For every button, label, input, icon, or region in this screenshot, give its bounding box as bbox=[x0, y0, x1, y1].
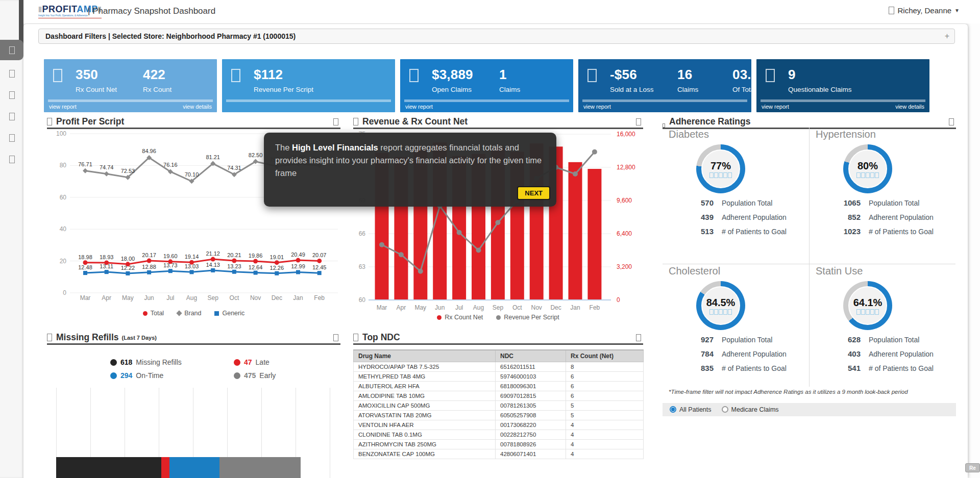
svg-text:20.17: 20.17 bbox=[142, 252, 156, 258]
svg-text:Oct: Oct bbox=[512, 304, 522, 311]
star-icon bbox=[875, 172, 879, 178]
stat-label: Adherent Population bbox=[869, 350, 934, 358]
svg-text:9,600: 9,600 bbox=[617, 197, 632, 204]
star-icon bbox=[719, 309, 723, 315]
kpi-metric: $112Revenue Per Script bbox=[254, 67, 314, 93]
legend-marker-icon bbox=[496, 315, 501, 320]
table-cell: 00228212750 bbox=[496, 430, 566, 440]
expand-icon[interactable] bbox=[636, 334, 641, 341]
legend-item-generic: Generic bbox=[214, 310, 244, 317]
adherence-footnote: *Time-frame filter will not impact Adher… bbox=[669, 389, 908, 395]
adherence-stat-row: 784Adherent Population bbox=[669, 349, 809, 358]
dashboard-filters-bar[interactable]: Dashboard Filters | Selected Store: Neig… bbox=[38, 29, 955, 44]
svg-text:19.01: 19.01 bbox=[270, 254, 284, 260]
chart-icon bbox=[47, 334, 52, 341]
view-report-link[interactable]: view report bbox=[762, 104, 789, 110]
recaptcha-badge[interactable]: Re bbox=[965, 463, 980, 472]
view-report-link[interactable]: view report bbox=[49, 104, 77, 110]
adherence-diabetes: Diabetes77%570Population Total439Adheren… bbox=[663, 128, 809, 264]
kpi-metric: 03.96%Of Total Claims bbox=[732, 67, 751, 93]
top-ndc-table: Drug NameNDCRx Count (Net) HYDROCO/APAP … bbox=[353, 349, 644, 459]
radio-icon[interactable] bbox=[722, 406, 728, 413]
svg-text:Sep: Sep bbox=[208, 294, 219, 301]
svg-text:74.74: 74.74 bbox=[100, 164, 114, 170]
adherence-filter-radios: All PatientsMedicare Claims bbox=[663, 403, 956, 416]
legend-item: Revenue Per Script bbox=[496, 314, 559, 321]
view-report-link[interactable]: view report bbox=[405, 104, 433, 110]
adherence-stat-row: 513# of Patients to Goal bbox=[669, 227, 809, 236]
table-row: HYDROCO/APAP TAB 7.5-325651620115118 bbox=[354, 362, 644, 372]
ndc-column-header: NDC bbox=[496, 350, 566, 362]
expand-icon[interactable] bbox=[333, 118, 338, 125]
adherence-group-title: Hypertension bbox=[816, 129, 955, 140]
chart-icon bbox=[353, 118, 358, 125]
sidebar bbox=[0, 0, 23, 478]
stat-label: Population Total bbox=[722, 336, 772, 344]
svg-text:21.12: 21.12 bbox=[206, 250, 220, 257]
star-rating bbox=[856, 309, 879, 315]
radio-icon[interactable] bbox=[670, 406, 676, 413]
user-icon bbox=[889, 7, 894, 14]
kpi-metric: 16Claims bbox=[677, 67, 725, 93]
stat-label: Adherent Population bbox=[722, 350, 787, 358]
table-cell: 8 bbox=[566, 362, 644, 372]
expand-icon[interactable] bbox=[949, 118, 954, 125]
next-button[interactable]: NEXT bbox=[517, 186, 550, 200]
expand-icon[interactable] bbox=[333, 334, 338, 341]
sidebar-menu-item-4[interactable] bbox=[0, 106, 23, 127]
stat-label: # of Patients to Goal bbox=[722, 364, 787, 372]
expand-filters-icon[interactable]: + bbox=[945, 32, 949, 41]
sidebar-menu-item-3[interactable] bbox=[0, 85, 23, 105]
kpi-label: Rx Count bbox=[143, 86, 191, 93]
sidebar-menu-item-6[interactable] bbox=[0, 149, 23, 169]
svg-text:Feb: Feb bbox=[314, 294, 325, 301]
svg-text:13.11: 13.11 bbox=[100, 263, 113, 269]
svg-text:Dec: Dec bbox=[272, 294, 282, 301]
radio-medicare-claims[interactable]: Medicare Claims bbox=[722, 406, 779, 413]
svg-text:19.86: 19.86 bbox=[249, 253, 263, 259]
kpi-divider bbox=[404, 99, 569, 102]
user-menu[interactable]: Richey, Deanne ▼ bbox=[889, 6, 960, 15]
table-cell: HYDROCO/APAP TAB 7.5-325 bbox=[354, 362, 496, 372]
revenue-title-text: Revenue & Rx Count Net bbox=[362, 116, 468, 127]
table-cell: 6 bbox=[566, 391, 644, 401]
radio-all-patients[interactable]: All Patients bbox=[670, 406, 712, 413]
sidebar-menu-item-1[interactable] bbox=[0, 40, 23, 60]
view-details-link[interactable]: view details bbox=[183, 104, 212, 110]
view-details-link[interactable]: view details bbox=[895, 104, 924, 110]
svg-text:12,800: 12,800 bbox=[617, 164, 635, 171]
svg-text:70.10: 70.10 bbox=[185, 171, 199, 178]
star-icon bbox=[866, 309, 870, 315]
sidebar-menu-item-2[interactable] bbox=[0, 63, 23, 84]
sidebar-menu-item-5[interactable] bbox=[0, 128, 23, 148]
table-row: BENZONATATE CAP 100MG428060714014 bbox=[354, 449, 644, 459]
kpi-card-5: 9Questionable Claimsview reportview deta… bbox=[756, 59, 929, 112]
svg-text:14.13: 14.13 bbox=[206, 262, 220, 268]
svg-text:Mar: Mar bbox=[377, 304, 387, 311]
kpi-value: 9 bbox=[788, 67, 852, 83]
profit-legend: TotalBrandGeneric bbox=[47, 310, 340, 317]
legend-item-brand: Brand bbox=[177, 310, 201, 317]
table-cell: 5 bbox=[566, 401, 644, 411]
stat-label: # of Patients to Goal bbox=[722, 228, 787, 236]
bar-segment-late bbox=[161, 457, 169, 478]
stat-label: Population Total bbox=[869, 199, 919, 207]
svg-text:100: 100 bbox=[56, 130, 66, 137]
view-report-link[interactable]: view report bbox=[583, 104, 611, 110]
svg-text:3,200: 3,200 bbox=[617, 263, 632, 270]
kpi-metric: 1Claims bbox=[499, 67, 547, 93]
expand-icon[interactable] bbox=[636, 118, 641, 125]
table-cell: AMLODIPINE TAB 10MG bbox=[354, 391, 496, 401]
svg-text:60: 60 bbox=[60, 194, 67, 201]
star-icon bbox=[728, 309, 732, 315]
svg-text:0: 0 bbox=[63, 289, 66, 296]
svg-text:20.49: 20.49 bbox=[291, 251, 305, 258]
kpi-label: Of Total Claims bbox=[732, 86, 751, 93]
bar-segment-early bbox=[219, 457, 301, 478]
svg-text:Feb: Feb bbox=[590, 304, 600, 311]
svg-text:Aug: Aug bbox=[186, 294, 197, 301]
stat-value: 541 bbox=[816, 364, 861, 372]
stat-value: 1065 bbox=[816, 198, 861, 207]
legend-dot-icon bbox=[110, 359, 117, 366]
tooltip-text: The High Level Financials report aggrega… bbox=[275, 143, 542, 178]
